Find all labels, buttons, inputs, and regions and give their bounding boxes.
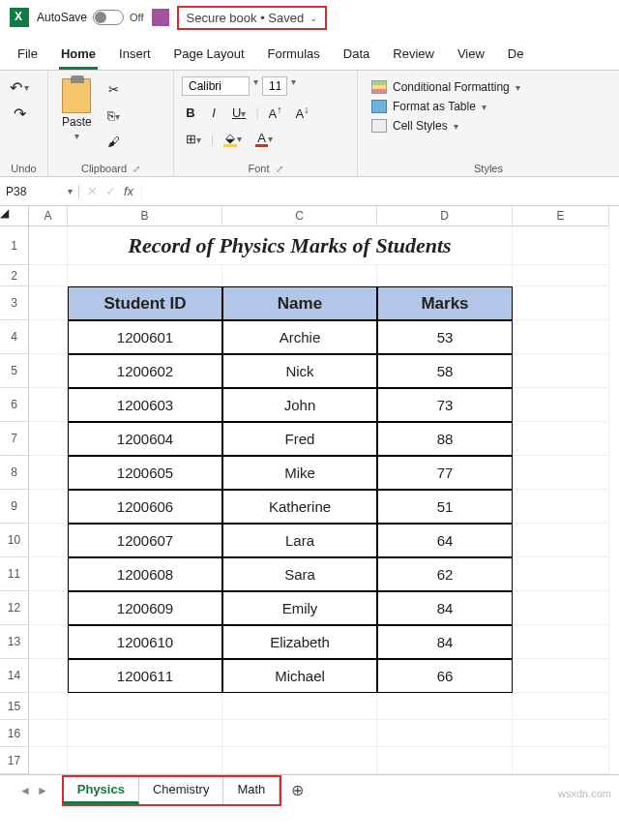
decrease-font-button[interactable]: A↓ xyxy=(292,102,313,123)
cell[interactable] xyxy=(513,747,609,774)
cell[interactable]: 53 xyxy=(377,320,513,354)
fx-icon[interactable]: fx xyxy=(124,184,133,198)
cell[interactable] xyxy=(222,693,377,720)
increase-font-button[interactable]: A↑ xyxy=(265,102,286,123)
row-header[interactable]: 14 xyxy=(0,659,29,693)
cell[interactable] xyxy=(513,265,609,286)
cell[interactable] xyxy=(377,265,513,286)
sheet-tab-math[interactable]: Math xyxy=(223,777,280,804)
cell[interactable]: Marks xyxy=(377,286,513,320)
cell[interactable]: 84 xyxy=(377,591,513,625)
cell[interactable] xyxy=(68,747,222,774)
add-sheet-button[interactable]: ⊕ xyxy=(281,779,313,801)
cell[interactable]: Michael xyxy=(222,659,377,693)
cell[interactable]: 1200609 xyxy=(68,591,222,625)
cell[interactable] xyxy=(29,354,68,388)
row-header[interactable]: 9 xyxy=(0,490,29,524)
cell[interactable]: Elizabeth xyxy=(222,625,377,659)
row-header[interactable]: 2 xyxy=(0,265,29,286)
cell[interactable] xyxy=(513,490,609,524)
cell[interactable] xyxy=(29,747,68,774)
cell[interactable] xyxy=(513,320,609,354)
underline-button[interactable]: U▾ xyxy=(228,104,250,122)
sheet-tab-chemistry[interactable]: Chemistry xyxy=(139,777,224,804)
italic-button[interactable]: I xyxy=(205,104,222,122)
menu-tab-page-layout[interactable]: Page Layout xyxy=(172,41,247,70)
cell[interactable]: 1200604 xyxy=(68,422,222,456)
cell[interactable] xyxy=(29,265,68,286)
cell[interactable]: Archie xyxy=(222,320,377,354)
cell[interactable] xyxy=(29,226,68,265)
cell[interactable] xyxy=(513,693,609,720)
fill-color-button[interactable]: ⬙▾ xyxy=(220,129,246,149)
sheet-prev-icon[interactable]: ◄ xyxy=(19,784,31,797)
cell[interactable] xyxy=(513,659,609,693)
menu-tab-de[interactable]: De xyxy=(506,41,526,70)
cell[interactable] xyxy=(68,720,222,747)
cell[interactable] xyxy=(513,557,609,591)
cell-styles-button[interactable]: Cell Styles▾ xyxy=(371,119,605,133)
cell[interactable]: John xyxy=(222,388,377,422)
row-header[interactable]: 1 xyxy=(0,226,29,265)
row-header[interactable]: 8 xyxy=(0,456,29,490)
cell[interactable] xyxy=(513,591,609,625)
cell[interactable]: Sara xyxy=(222,557,377,591)
cell[interactable] xyxy=(377,747,513,774)
cell[interactable] xyxy=(68,693,222,720)
row-header[interactable]: 11 xyxy=(0,557,29,591)
cell[interactable] xyxy=(222,265,377,286)
cell[interactable]: Lara xyxy=(222,524,377,557)
cancel-formula-icon[interactable]: ✕ xyxy=(87,184,98,198)
font-size-input[interactable] xyxy=(262,76,287,96)
row-header[interactable]: 15 xyxy=(0,693,29,720)
autosave-toggle[interactable] xyxy=(93,10,124,25)
cut-button[interactable]: ✂ xyxy=(104,80,123,99)
row-header[interactable]: 16 xyxy=(0,720,29,747)
enter-formula-icon[interactable]: ✓ xyxy=(105,184,116,198)
copy-button[interactable]: ⎘▾ xyxy=(103,106,124,125)
cell[interactable]: Emily xyxy=(222,591,377,625)
cell[interactable] xyxy=(29,456,68,490)
cell[interactable]: 62 xyxy=(377,557,513,591)
cell[interactable]: Student ID xyxy=(68,286,222,320)
cell[interactable]: 1200607 xyxy=(68,524,222,557)
cell[interactable]: 88 xyxy=(377,422,513,456)
row-header[interactable]: 17 xyxy=(0,747,29,774)
cell[interactable]: Name xyxy=(222,286,377,320)
cell[interactable]: 1200611 xyxy=(68,659,222,693)
borders-button[interactable]: ⊞▾ xyxy=(182,130,205,148)
sheet-title[interactable]: Record of Physics Marks of Students xyxy=(68,226,513,265)
cell[interactable] xyxy=(29,320,68,354)
cell[interactable] xyxy=(29,625,68,659)
cell[interactable] xyxy=(222,720,377,747)
bold-button[interactable]: B xyxy=(182,104,199,122)
cell[interactable] xyxy=(68,265,222,286)
row-header[interactable]: 12 xyxy=(0,591,29,625)
cell[interactable] xyxy=(29,693,68,720)
cell[interactable] xyxy=(513,625,609,659)
cell[interactable] xyxy=(29,557,68,591)
cell[interactable]: Fred xyxy=(222,422,377,456)
menu-tab-insert[interactable]: Insert xyxy=(117,41,153,70)
col-header[interactable]: A xyxy=(29,206,68,226)
cell[interactable]: Nick xyxy=(222,354,377,388)
paste-button[interactable]: Paste ▾ xyxy=(56,76,98,143)
cell[interactable] xyxy=(29,524,68,557)
cell[interactable]: 73 xyxy=(377,388,513,422)
row-header[interactable]: 13 xyxy=(0,625,29,659)
row-header[interactable]: 3 xyxy=(0,286,29,320)
font-color-button[interactable]: A▾ xyxy=(251,129,277,149)
conditional-formatting-button[interactable]: Conditional Formatting▾ xyxy=(371,80,605,94)
font-name-input[interactable] xyxy=(182,76,250,96)
row-header[interactable]: 4 xyxy=(0,320,29,354)
cell[interactable] xyxy=(513,456,609,490)
row-header[interactable]: 10 xyxy=(0,524,29,557)
cell[interactable] xyxy=(513,422,609,456)
cell[interactable] xyxy=(377,720,513,747)
cell[interactable] xyxy=(513,720,609,747)
cell[interactable]: 1200605 xyxy=(68,456,222,490)
cell[interactable] xyxy=(222,747,377,774)
menu-tab-home[interactable]: Home xyxy=(59,41,98,70)
cell[interactable]: 1200602 xyxy=(68,354,222,388)
cell[interactable]: 84 xyxy=(377,625,513,659)
